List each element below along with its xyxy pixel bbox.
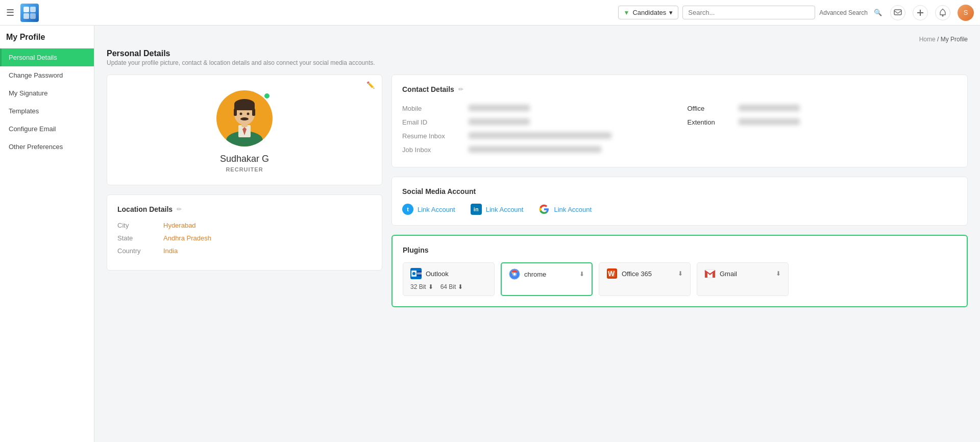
add-icon-button[interactable]	[913, 5, 928, 20]
job-inbox-value-blurred	[469, 146, 601, 153]
plugins-grid: Outlook 32 Bit ⬇ 64 Bit ⬇	[403, 262, 957, 296]
mobile-value-blurred	[469, 105, 530, 111]
svg-point-30	[513, 273, 516, 276]
card-left: ✏️	[107, 75, 382, 307]
svg-rect-16	[234, 109, 237, 116]
office365-icon: W	[606, 268, 618, 279]
breadcrumb-home[interactable]: Home	[919, 36, 936, 43]
email-value-blurred	[469, 118, 530, 125]
sidebar-item-templates[interactable]: Templates	[0, 102, 94, 120]
twitter-link-label[interactable]: Link Account	[418, 206, 455, 213]
profile-role: RECRUITER	[226, 166, 263, 173]
hamburger-menu[interactable]: ☰	[6, 7, 14, 18]
plugin-outlook-64bit[interactable]: 64 Bit ⬇	[440, 283, 463, 290]
gmail-icon	[704, 268, 716, 279]
search-input[interactable]	[682, 6, 815, 19]
download-icon: ⬇	[428, 283, 433, 290]
candidates-filter-button[interactable]: ▼ Candidates ▾	[618, 6, 679, 19]
main-content: Home / My Profile Personal Details Updat…	[94, 26, 980, 442]
profile-edit-icon[interactable]: ✏️	[366, 81, 375, 89]
resume-inbox-value	[469, 129, 957, 143]
plugins-title: Plugins	[403, 246, 957, 254]
search-icon[interactable]: 🔍	[874, 9, 882, 16]
location-state-value: Andhra Pradesh	[163, 234, 211, 242]
card-right: Contact Details ✏ Mobile Office E	[391, 75, 968, 307]
twitter-link-item[interactable]: t Link Account	[402, 204, 455, 215]
page-wrapper: My Profile Personal Details Change Passw…	[0, 26, 980, 442]
social-media-title: Social Media Account	[402, 187, 957, 195]
app-logo	[20, 4, 39, 22]
location-country-value: India	[163, 247, 178, 255]
dropdown-chevron-icon: ▾	[669, 9, 673, 16]
plugin-gmail-download-icon[interactable]: ⬇	[776, 270, 781, 277]
plugin-outlook-32bit[interactable]: 32 Bit ⬇	[410, 283, 433, 290]
candidates-label: Candidates	[632, 9, 666, 16]
svg-point-20	[247, 113, 250, 115]
svg-point-18	[240, 117, 249, 120]
sidebar-item-other-preferences[interactable]: Other Preferences	[0, 138, 94, 156]
plugin-outlook-name: Outlook	[426, 270, 449, 278]
linkedin-link-label[interactable]: Link Account	[486, 206, 524, 213]
job-inbox-label: Job Inbox	[402, 143, 469, 157]
contact-edit-icon[interactable]: ✏	[458, 86, 463, 93]
office-value-blurred	[739, 105, 800, 111]
contact-row-job-inbox: Job Inbox	[402, 143, 957, 157]
plugin-item-office365: W Office 365 ⬇	[599, 262, 691, 296]
linkedin-link-item[interactable]: in Link Account	[471, 204, 524, 215]
top-navigation: ☰ ▼ Candidates ▾ Advanced Search 🔍	[0, 0, 980, 26]
svg-text:W: W	[608, 269, 615, 278]
svg-point-25	[412, 272, 415, 275]
advanced-search-link[interactable]: Advanced Search	[819, 9, 868, 16]
plugin-office365-download-icon[interactable]: ⬇	[678, 270, 683, 277]
contact-table: Mobile Office Email ID Extention	[402, 102, 957, 157]
section-subtitle: Update your profile picture, contact & l…	[107, 59, 968, 66]
chrome-icon	[509, 268, 520, 280]
location-country-label: Country	[117, 247, 163, 255]
location-edit-icon[interactable]: ✏	[177, 206, 182, 213]
google-link-item[interactable]: Link Account	[538, 204, 592, 215]
location-card-title: Location Details	[117, 205, 173, 213]
plugin-chrome-download-icon[interactable]: ⬇	[579, 271, 584, 278]
email-value	[469, 115, 688, 129]
plugin-office365-name: Office 365	[622, 270, 652, 278]
twitter-icon: t	[402, 204, 413, 215]
svg-rect-4	[894, 10, 901, 15]
download-icon: ⬇	[458, 283, 463, 290]
sidebar-item-change-password[interactable]: Change Password	[0, 66, 94, 84]
cards-row: ✏️	[107, 75, 968, 307]
sidebar-item-configure-email[interactable]: Configure Email	[0, 120, 94, 138]
mobile-value	[469, 102, 688, 115]
filter-icon: ▼	[624, 9, 630, 16]
plugin-outlook-header: Outlook	[410, 268, 487, 279]
social-media-row: t Link Account in Link Account	[402, 204, 957, 215]
plugin-outlook-bits: 32 Bit ⬇ 64 Bit ⬇	[410, 283, 487, 290]
svg-point-8	[942, 15, 944, 16]
email-label: Email ID	[402, 115, 469, 129]
logo-image	[20, 4, 39, 22]
svg-rect-15	[234, 104, 255, 110]
nav-icons: S	[890, 5, 974, 21]
location-row-city: City Hyderabad	[117, 222, 372, 229]
svg-rect-1	[30, 7, 36, 12]
google-link-label[interactable]: Link Account	[554, 206, 592, 213]
contact-header: Contact Details ✏	[402, 85, 957, 93]
job-inbox-value	[469, 143, 957, 157]
profile-avatar	[216, 90, 273, 146]
online-status-dot	[263, 92, 271, 100]
location-city-label: City	[117, 222, 163, 229]
svg-rect-17	[252, 109, 255, 116]
sidebar-header: My Profile	[0, 26, 94, 48]
linkedin-icon: in	[471, 204, 482, 215]
contact-row-resume-inbox: Resume Inbox	[402, 129, 957, 143]
resume-inbox-label: Resume Inbox	[402, 129, 469, 143]
messages-icon-button[interactable]	[890, 5, 905, 20]
notifications-icon-button[interactable]	[935, 5, 950, 20]
contact-details-card: Contact Details ✏ Mobile Office E	[391, 75, 968, 167]
sidebar-item-personal-details[interactable]: Personal Details	[0, 48, 94, 66]
svg-rect-3	[30, 13, 36, 19]
social-media-card: Social Media Account t Link Account in L…	[391, 177, 968, 226]
google-icon	[538, 204, 550, 215]
section-title: Personal Details	[107, 49, 968, 58]
sidebar-item-my-signature[interactable]: My Signature	[0, 84, 94, 102]
user-avatar[interactable]: S	[958, 5, 974, 21]
